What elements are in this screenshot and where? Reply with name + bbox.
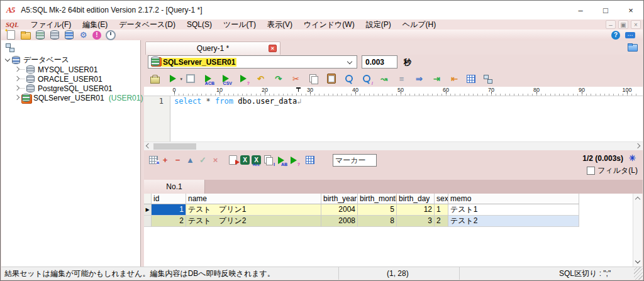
marker-input[interactable] bbox=[333, 154, 377, 167]
connect-database-icon[interactable] bbox=[35, 30, 45, 40]
tree-item-databases[interactable]: データベース bbox=[1, 55, 140, 65]
database-group-icon[interactable] bbox=[11, 55, 21, 65]
grid-cell[interactable]: テスト2 bbox=[448, 216, 579, 227]
tree-item-postgresql_user01[interactable]: PostgreSQL_USER01 bbox=[1, 84, 140, 93]
database-connected-icon[interactable] bbox=[21, 93, 31, 102]
grid-cell[interactable]: 1 bbox=[152, 204, 186, 216]
post-edit-icon[interactable]: ✓ bbox=[197, 155, 208, 165]
column-header-sex[interactable]: sex bbox=[435, 194, 448, 204]
copy-icon[interactable] bbox=[308, 74, 319, 84]
export-icon[interactable] bbox=[228, 155, 238, 165]
goto-icon[interactable]: ↝ bbox=[379, 74, 389, 84]
database-icon[interactable] bbox=[25, 84, 36, 93]
grid-cell[interactable]: 2008 bbox=[321, 216, 358, 227]
grid-cell[interactable]: 8 bbox=[358, 216, 397, 227]
elapsed-time-field[interactable]: 0.003 bbox=[362, 55, 397, 69]
tree-item-sqlserver_user01[interactable]: SQLServer_USER01(USER01) bbox=[1, 93, 140, 102]
align-values-icon[interactable]: ≡ bbox=[396, 74, 407, 84]
menu-item[interactable]: 表示(V) bbox=[262, 19, 298, 30]
column-header-memo[interactable]: memo bbox=[448, 194, 579, 204]
menu-item[interactable]: 編集(E) bbox=[77, 19, 113, 30]
copy-with-title-icon[interactable]: I bbox=[263, 155, 274, 165]
unindent-icon[interactable]: ⇤ bbox=[449, 74, 460, 84]
mdi-minimize-button[interactable]: – bbox=[606, 20, 616, 29]
excel-export-icon[interactable]: X bbox=[240, 155, 250, 165]
tree-item-mysql_user01[interactable]: MYSQL_USER01 bbox=[1, 65, 140, 74]
menu-item[interactable]: ウインドウ(W) bbox=[298, 19, 360, 30]
copy-database-icon[interactable] bbox=[64, 30, 74, 40]
grid-vscrollbar[interactable] bbox=[633, 194, 642, 267]
menu-item[interactable]: ツール(T) bbox=[218, 19, 262, 30]
close-button[interactable]: × bbox=[618, 1, 643, 19]
grid-cell[interactable]: テスト プリン1 bbox=[186, 204, 321, 216]
mdi-restore-button[interactable]: ▣ bbox=[618, 20, 628, 29]
editor-hscrollbar[interactable] bbox=[144, 141, 643, 150]
close-results-icon[interactable]: ✳ bbox=[627, 153, 638, 163]
replace-icon[interactable]: / bbox=[361, 74, 372, 84]
close-tab-icon[interactable]: × bbox=[269, 45, 277, 52]
find-icon[interactable] bbox=[343, 74, 354, 84]
menu-item[interactable]: データベース(D) bbox=[113, 19, 181, 30]
paste-icon[interactable] bbox=[326, 74, 336, 84]
filter-toggle[interactable]: フィルタ(L) bbox=[582, 165, 638, 176]
run-select-icon[interactable]: AB bbox=[275, 155, 286, 165]
column-header-birth_day[interactable]: birth_day bbox=[397, 194, 435, 204]
grid-cell[interactable]: テスト1 bbox=[448, 204, 579, 216]
analyze-tree-icon[interactable] bbox=[482, 74, 493, 84]
run-param-icon[interactable]: ? bbox=[288, 155, 299, 165]
settings-gear-icon[interactable]: ⚙ bbox=[78, 30, 89, 40]
sql-file-icon[interactable] bbox=[150, 74, 160, 84]
stop-icon[interactable] bbox=[185, 74, 196, 84]
new-document-icon[interactable] bbox=[6, 30, 16, 40]
grid-cell[interactable]: 2004 bbox=[321, 204, 358, 216]
excel-export-all-icon[interactable]: XALL bbox=[252, 155, 261, 165]
ddl-outline-icon[interactable] bbox=[467, 75, 475, 83]
indent-icon[interactable]: ⇥ bbox=[431, 74, 442, 84]
scroll-down-icon[interactable] bbox=[635, 259, 641, 265]
scroll-up-icon[interactable] bbox=[635, 196, 641, 201]
menu-item[interactable]: ファイル(F) bbox=[25, 19, 77, 30]
run-select-icon[interactable]: ACB bbox=[203, 74, 213, 84]
column-header-birth_month[interactable]: birth_month bbox=[358, 194, 397, 204]
connection-select[interactable]: SQLServer_USER01 bbox=[148, 55, 357, 69]
license-badge-icon[interactable]: ⋯ bbox=[625, 32, 635, 38]
undo-icon[interactable]: ↶ bbox=[255, 74, 266, 84]
tab-result-no1[interactable]: No.1 bbox=[144, 180, 205, 194]
scrollbar-thumb[interactable] bbox=[153, 143, 196, 150]
add-database-icon[interactable] bbox=[49, 30, 60, 40]
database-icon[interactable] bbox=[25, 65, 36, 74]
run-param-icon[interactable]: ? bbox=[238, 74, 248, 84]
grid-cell[interactable]: 1 bbox=[435, 204, 448, 216]
scroll-right-icon[interactable] bbox=[635, 143, 641, 149]
grid-mode-icon[interactable]: a bbox=[149, 156, 158, 164]
grid-cell[interactable]: 2 bbox=[435, 216, 448, 227]
sql-editor[interactable]: 1 select * from dbo.user_data↲ bbox=[144, 96, 643, 141]
tree-panel-icon[interactable] bbox=[4, 42, 15, 53]
menu-item[interactable]: ヘルプ(H) bbox=[397, 19, 442, 30]
connection-db-icon[interactable] bbox=[150, 56, 160, 66]
tree-item-oracle_user01[interactable]: ORACLE_USER01 bbox=[1, 74, 140, 84]
resize-grip[interactable] bbox=[634, 267, 643, 280]
column-header-name[interactable]: name bbox=[186, 194, 321, 204]
grid-cell[interactable]: 2 bbox=[152, 216, 186, 227]
format-sql-icon[interactable]: ⇒ bbox=[414, 74, 425, 84]
grid-settings-icon[interactable] bbox=[306, 156, 314, 164]
column-header-birth_year[interactable]: birth_year bbox=[321, 194, 358, 204]
announce-icon[interactable]: ! bbox=[92, 31, 101, 40]
insert-row-icon[interactable]: + bbox=[160, 155, 170, 165]
help-icon[interactable]: ? bbox=[611, 31, 620, 40]
filter-checkbox[interactable] bbox=[587, 167, 595, 175]
redo-icon[interactable]: ↷ bbox=[273, 74, 284, 84]
mdi-close-button[interactable]: × bbox=[631, 20, 641, 29]
move-row-icon[interactable]: ▲ bbox=[185, 155, 196, 165]
open-file-icon[interactable] bbox=[20, 30, 31, 40]
database-icon[interactable] bbox=[25, 74, 36, 84]
cancel-edit-icon[interactable]: × bbox=[210, 155, 221, 165]
tab-query-1[interactable]: Query-1 * × bbox=[145, 41, 280, 55]
grid-cell[interactable]: 3 bbox=[397, 216, 435, 227]
delete-row-icon[interactable]: − bbox=[172, 155, 183, 165]
cut-icon[interactable]: ✂ bbox=[291, 74, 301, 84]
grid-cell[interactable]: 12 bbox=[397, 204, 435, 216]
run-csv-icon[interactable]: CSV bbox=[220, 74, 231, 84]
menu-item[interactable]: SQL(S) bbox=[181, 19, 218, 30]
